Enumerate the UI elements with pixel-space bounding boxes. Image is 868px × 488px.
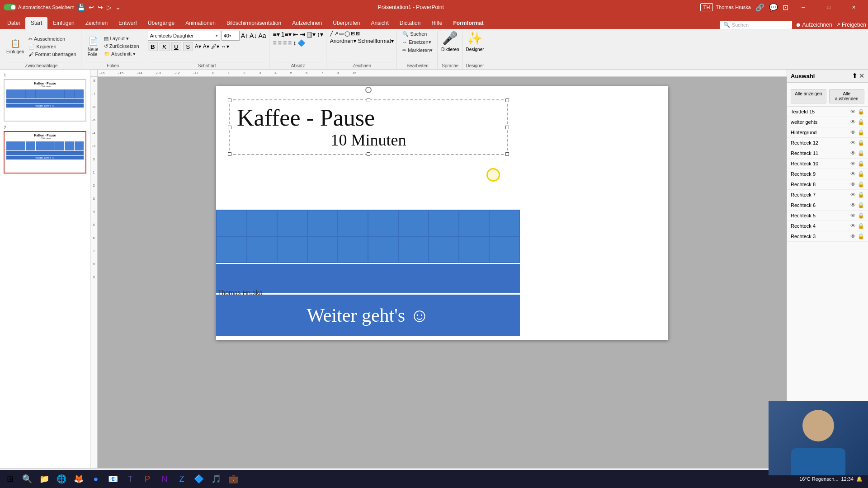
handle-tm[interactable] [367, 99, 370, 102]
align-right-btn[interactable]: ≡ [283, 39, 287, 47]
lock-icon-12[interactable]: 🔒 [858, 233, 864, 239]
italic-button[interactable]: K [160, 42, 170, 51]
title-selection-box[interactable]: Kaffee - Pause 10 Minuten [229, 99, 508, 155]
redo-icon[interactable]: ↪ [97, 3, 104, 12]
taskbar-zoom[interactable]: Z [174, 471, 190, 487]
tab-entwurf[interactable]: Entwurf [113, 17, 142, 29]
font-decrease-icon[interactable]: A↓ [250, 32, 257, 39]
handle-mr[interactable] [505, 126, 509, 129]
taskbar-app2[interactable]: 🎵 [208, 471, 224, 487]
handle-ml[interactable] [228, 126, 231, 129]
lock-icon-4[interactable]: 🔒 [858, 150, 864, 156]
rotate-handle[interactable] [365, 87, 372, 93]
shape-rect[interactable]: ▭ [339, 31, 344, 37]
align-center-btn[interactable]: ≡ [278, 39, 282, 47]
text-direction-btn[interactable]: ↕ [293, 39, 296, 47]
visibility-icon-10[interactable]: 👁 [850, 212, 856, 219]
indent-less-btn[interactable]: ⇤ [293, 31, 298, 38]
close-button[interactable]: ✕ [844, 0, 864, 14]
markieren-button[interactable]: ✏ Markieren▾ [401, 47, 434, 54]
search-box[interactable]: 🔍 Suchen [720, 21, 792, 29]
taskbar-mail[interactable]: 📧 [105, 471, 121, 487]
list-bullet-btn[interactable]: ≡▾ [273, 31, 280, 38]
visibility-icon-1[interactable]: 👁 [850, 119, 856, 125]
lock-icon-6[interactable]: 🔒 [858, 171, 864, 177]
neue-folie-button[interactable]: 📄 NeueFolie [85, 33, 101, 60]
panel-item-5[interactable]: Rechteck 10 👁 🔒 [787, 159, 868, 169]
share-btn[interactable]: ↗ Freigeben [836, 22, 866, 28]
font-family-selector[interactable]: Architects Daughter ▾ [148, 31, 220, 41]
designer-label[interactable]: Designer [466, 47, 484, 52]
ersetzen-button[interactable]: ↔ Ersetzen▾ [401, 39, 434, 46]
quick-styles-btn[interactable]: Schnellformat▾ [358, 38, 394, 44]
tab-ueberpruefen[interactable]: Überprüfen [327, 17, 365, 29]
tab-animationen[interactable]: Animationen [180, 17, 221, 29]
show-all-button[interactable]: Alle anzeigen [791, 89, 826, 103]
panel-item-12[interactable]: Rechteck 3 👁 🔒 [787, 231, 868, 242]
panel-item-2[interactable]: Hintergrund 👁 🔒 [787, 127, 868, 138]
handle-bm[interactable] [367, 152, 370, 156]
tab-dictation[interactable]: Dictation [394, 17, 426, 29]
format-copy-button[interactable]: 🖌 Format übertragen [27, 51, 78, 57]
line-spacing-btn[interactable]: ↕▾ [317, 31, 323, 38]
taskbar-files[interactable]: 📁 [36, 471, 52, 487]
lock-icon-11[interactable]: 🔒 [858, 223, 864, 229]
present-icon[interactable]: ▷ [106, 3, 113, 12]
tab-praesentation[interactable]: Bildschirmpräsentation [221, 17, 287, 29]
tab-datei[interactable]: Datei [2, 17, 25, 29]
comments-icon[interactable]: 💬 [769, 3, 778, 12]
lock-icon-5[interactable]: 🔒 [858, 160, 864, 167]
taskbar-app1[interactable]: 🔷 [191, 471, 207, 487]
visibility-icon-4[interactable]: 👁 [850, 150, 856, 156]
panel-item-8[interactable]: Rechteck 7 👁 🔒 [787, 190, 868, 200]
highlight-btn[interactable]: 🖊▾ [211, 43, 219, 50]
lock-icon-3[interactable]: 🔒 [858, 140, 864, 146]
lock-icon-1[interactable]: 🔒 [858, 119, 864, 125]
autosave-toggle[interactable] [4, 4, 16, 10]
lock-icon-10[interactable]: 🔒 [858, 212, 864, 219]
present-btn[interactable]: ⊡ [783, 3, 788, 12]
visibility-icon-12[interactable]: 👁 [850, 233, 856, 239]
panel-item-7[interactable]: Rechteck 8 👁 🔒 [787, 179, 868, 190]
panel-item-4[interactable]: Rechteck 11 👁 🔒 [787, 148, 868, 159]
qat-more-icon[interactable]: ⌄ [114, 3, 122, 12]
handle-tr[interactable] [505, 99, 509, 102]
panel-item-9[interactable]: Rechteck 6 👁 🔒 [787, 200, 868, 211]
taskbar-powerpoint[interactable]: P [139, 471, 156, 487]
visibility-icon-8[interactable]: 👁 [850, 192, 856, 198]
taskbar-chrome[interactable]: ● [88, 471, 104, 487]
indent-more-btn[interactable]: ⇥ [300, 31, 305, 38]
strikethrough-button[interactable]: S [183, 42, 193, 51]
blue-grid-rect[interactable] [216, 210, 520, 263]
visibility-icon-7[interactable]: 👁 [850, 181, 856, 188]
panel-close-icon[interactable]: ✕ [859, 72, 864, 80]
tab-formformat[interactable]: Formformat [448, 17, 489, 29]
taskbar-firefox[interactable]: 🦊 [71, 471, 87, 487]
tab-start[interactable]: Start [25, 17, 47, 29]
taskbar-teams[interactable]: T [122, 471, 138, 487]
shape-arrow[interactable]: ↗ [334, 31, 338, 37]
start-button[interactable]: ⊞ [2, 471, 18, 487]
font-size-selector[interactable]: 40 ▾ [222, 31, 240, 41]
tab-ansicht[interactable]: Ansicht [365, 17, 394, 29]
suchen-button[interactable]: 🔍 Suchen [401, 31, 434, 38]
columns-btn[interactable]: ▥▾ [307, 31, 316, 38]
hide-all-button[interactable]: Alle ausblenden [829, 89, 865, 103]
tab-zeichnen[interactable]: Zeichnen [80, 17, 113, 29]
diktieren-label[interactable]: Diktieren [441, 47, 459, 52]
char-spacing-btn[interactable]: ↔▾ [221, 43, 229, 50]
align-justify-btn[interactable]: ≡ [288, 39, 292, 47]
visibility-icon-0[interactable]: 👁 [850, 108, 856, 115]
layout-button[interactable]: ▤ Layout ▾ [102, 35, 141, 42]
bold-button[interactable]: B [148, 42, 158, 51]
tab-einfuegen[interactable]: Einfügen [47, 17, 80, 29]
panel-item-10[interactable]: Rechteck 5 👁 🔒 [787, 211, 868, 221]
visibility-icon-6[interactable]: 👁 [850, 171, 856, 177]
lock-icon-7[interactable]: 🔒 [858, 181, 864, 188]
slide-canvas[interactable]: Kaffee - Pause 10 Minuten [216, 86, 668, 340]
abschnitt-button[interactable]: 📁 Abschnitt ▾ [102, 51, 141, 57]
visibility-icon-2[interactable]: 👁 [850, 129, 856, 136]
blue-bottom-rect[interactable]: Weiter geht's ☺ [216, 295, 520, 336]
handle-bl[interactable] [228, 152, 231, 156]
panel-item-0[interactable]: Textfeld 15 👁 🔒 [787, 107, 868, 117]
